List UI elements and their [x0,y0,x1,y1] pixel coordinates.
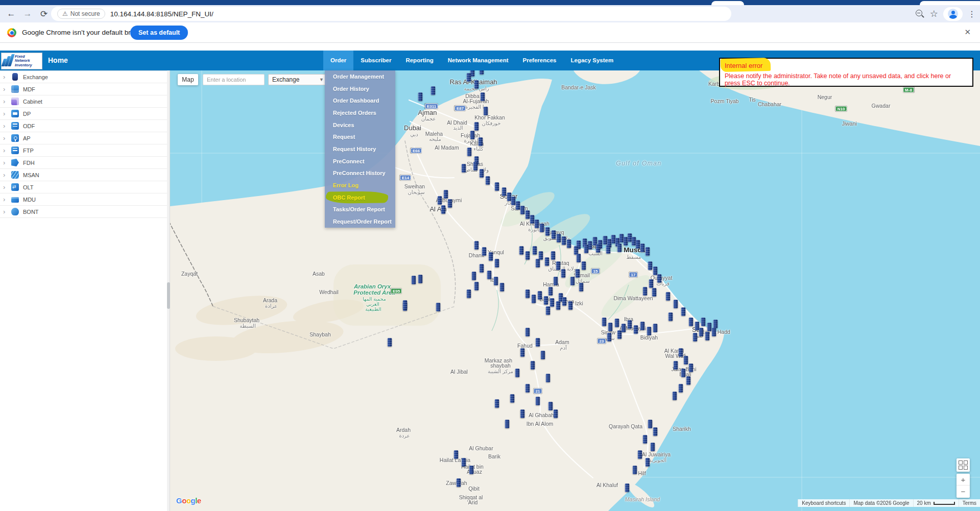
sidebar-item-dp[interactable]: ›DP [0,108,167,120]
menu-item-error-log[interactable]: Error Log [325,179,395,191]
map-marker[interactable] [388,338,392,347]
map-marker[interactable] [681,307,686,316]
map-marker[interactable] [525,251,530,260]
map-marker[interactable] [693,333,698,342]
chevron-right-icon[interactable]: › [3,74,9,80]
zoom-out-button[interactable]: − [957,485,970,497]
map-marker[interactable] [533,246,537,255]
map-marker[interactable] [462,458,466,467]
map-marker[interactable] [554,277,558,285]
map-marker[interactable] [625,483,630,492]
map-marker[interactable] [551,251,556,260]
map-marker[interactable] [472,272,476,280]
url-text[interactable]: 10.164.144.84:8185/NEP_FN_UI/ [110,10,213,18]
map-marker[interactable] [474,80,479,89]
map-marker[interactable] [474,282,479,290]
map-marker[interactable] [615,319,619,327]
chevron-right-icon[interactable]: › [3,148,9,154]
map-marker[interactable] [617,330,622,339]
map-marker[interactable] [484,107,488,115]
nav-item-preferences[interactable]: Preferences [516,51,564,70]
forward-icon[interactable]: → [20,7,35,21]
map-marker[interactable] [536,259,540,267]
browser-tab[interactable] [711,1,744,5]
google-logo[interactable]: Google [176,496,201,505]
map-marker[interactable] [520,348,525,357]
chevron-right-icon[interactable]: › [3,135,9,141]
map-marker[interactable] [608,323,613,331]
sidebar-item-ftp[interactable]: ›FTP [0,144,167,157]
map-marker[interactable] [596,244,601,253]
map-marker[interactable] [622,324,626,332]
menu-item-devices[interactable]: Devices [325,119,395,131]
sidebar-item-odf[interactable]: ›ODF [0,120,167,132]
sidebar-item-bont[interactable]: ›BONT [0,206,167,218]
nav-item-subscriber[interactable]: Subscriber [353,51,398,70]
map-marker[interactable] [532,295,536,303]
map-marker[interactable] [431,86,436,95]
element-filter-select[interactable]: Exchange ▼ [268,74,327,85]
map-marker[interactable] [536,338,540,347]
map-marker[interactable] [701,318,706,326]
map-marker[interactable] [557,234,561,242]
map-marker[interactable] [651,443,655,451]
map-marker[interactable] [487,271,492,279]
map-marker[interactable] [538,291,542,300]
internal-error-banner[interactable]: Internal error Please notify the adminis… [719,58,973,87]
map-marker[interactable] [454,450,459,459]
map-marker[interactable] [535,220,539,228]
map-marker[interactable] [412,276,416,284]
menu-item-order-dashboard[interactable]: Order Dashboard [325,94,395,107]
map-marker[interactable] [679,384,683,393]
map-marker[interactable] [689,318,694,326]
map-marker[interactable] [500,283,505,291]
map-marker[interactable] [684,356,688,364]
map-marker[interactable] [713,320,718,328]
map-marker[interactable] [515,369,520,377]
nav-item-legacy-system[interactable]: Legacy System [563,51,620,70]
map-marker[interactable] [467,289,471,298]
chevron-right-icon[interactable]: › [3,209,9,215]
map-marker[interactable] [480,70,484,75]
sidebar-item-cabinet[interactable]: ›Cabinet [0,95,167,108]
map-marker[interactable] [544,296,548,305]
map-marker[interactable] [674,361,678,370]
map-marker[interactable] [582,261,586,270]
sidebar-item-mdf[interactable]: ›MDF [0,83,167,95]
map-marker[interactable] [712,328,716,336]
map-marker[interactable] [649,279,654,288]
map-marker[interactable] [607,333,612,342]
map-marker[interactable] [570,277,575,285]
menu-item-preconnect[interactable]: PreConnect [325,155,395,167]
map-marker[interactable] [686,376,691,385]
map-marker[interactable] [617,244,622,252]
map-marker[interactable] [462,164,466,173]
map-marker[interactable] [634,325,638,334]
menu-item-obc-report[interactable]: OBC Report [325,191,395,204]
map-marker[interactable] [473,162,478,171]
map-marker[interactable] [482,247,487,256]
map-marker[interactable] [525,384,530,393]
map-marker[interactable] [679,348,683,357]
chevron-right-icon[interactable]: › [3,86,9,92]
profile-button[interactable] [943,7,963,21]
reload-icon[interactable]: ⟳ [37,7,51,21]
map-marker[interactable] [467,148,472,156]
map-marker[interactable] [640,244,645,252]
map-marker[interactable] [536,397,540,405]
browser-tab[interactable] [920,1,980,5]
map-marker[interactable] [519,246,524,255]
sidebar-item-mdu[interactable]: ›MDU [0,193,167,206]
map-marker[interactable] [646,247,650,256]
menu-item-preconnect-history[interactable]: PreConnect History [325,167,395,180]
map-marker[interactable] [674,300,678,308]
map-marker[interactable] [556,301,561,310]
error-message[interactable]: Please notify the administrator. Take no… [725,72,968,87]
map-marker[interactable] [546,306,551,315]
map-marker[interactable] [444,190,448,199]
map-canvas[interactable]: Ras Al-Khaimahراس الخيمةDibbaAl-Fujairah… [170,70,980,511]
map-marker[interactable] [653,324,658,332]
attribution-terms[interactable]: Terms [959,499,980,507]
map-marker[interactable] [525,210,530,219]
map-marker[interactable] [403,300,408,309]
